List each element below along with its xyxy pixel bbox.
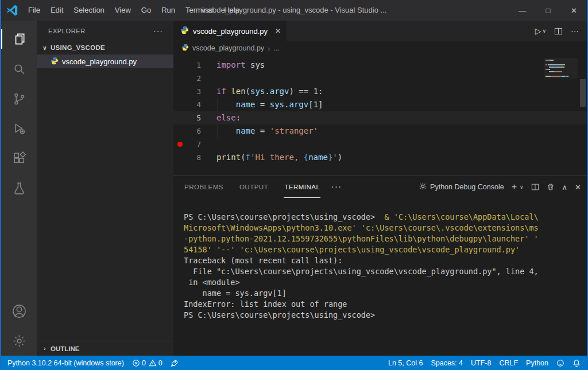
breadcrumb[interactable]: vscode_playground.py › ... — [173, 41, 587, 55]
feedback-icon[interactable] — [552, 356, 568, 370]
line-number: 5 — [186, 111, 201, 124]
code-line[interactable]: 8print(f'Hi there, {name}') — [173, 151, 587, 164]
code-text: import sys — [216, 59, 265, 72]
breakpoint-gutter[interactable] — [173, 85, 186, 98]
breakpoint-gutter[interactable] — [173, 151, 186, 164]
maximize-panel-icon[interactable]: ∧ — [562, 183, 568, 192]
code-line[interactable]: 3if len(sys.argv) == 1: — [173, 85, 587, 98]
cursor-position[interactable]: Ln 5, Col 6 — [384, 356, 427, 370]
python-interpreter[interactable]: Python 3.10.2 64-bit (windows store) — [3, 356, 128, 370]
new-terminal-button[interactable]: +∨ — [512, 182, 524, 192]
terminal-profile-selector[interactable]: Python Debug Console — [419, 182, 504, 192]
language-mode[interactable]: Python — [522, 356, 552, 370]
maximize-button[interactable]: □ — [535, 0, 561, 21]
code-line[interactable]: 4 name = sys.argv[1] — [173, 98, 587, 111]
run-debug-icon[interactable] — [1, 114, 37, 143]
breakpoint-gutter[interactable] — [173, 124, 186, 138]
indentation[interactable]: Spaces: 4 — [427, 356, 467, 370]
menu-selection[interactable]: Selection — [68, 0, 109, 21]
breakpoint-gutter[interactable] — [173, 59, 186, 72]
line-number: 7 — [186, 138, 201, 151]
run-button[interactable]: ▷∨ — [535, 26, 546, 36]
minimap-line — [546, 69, 577, 70]
tab-vscode-playground[interactable]: vscode_playground.py ✕ — [173, 21, 287, 41]
source-control-icon[interactable] — [1, 84, 37, 114]
extensions-icon[interactable] — [1, 143, 37, 173]
menu-view[interactable]: View — [110, 0, 136, 21]
breadcrumb-symbol-more[interactable]: ... — [273, 44, 279, 52]
breakpoint-dot[interactable] — [173, 138, 186, 151]
python-file-icon — [180, 26, 189, 36]
terminal-line: Microsoft\WindowsApps\python3.10.exe' 'c… — [184, 223, 579, 233]
testing-icon[interactable] — [1, 173, 37, 203]
error-count: 0 — [142, 359, 146, 367]
code-text: name = 'stranger' — [216, 124, 318, 138]
panel-header: PROBLEMSOUTPUTTERMINAL ··· Python Debug … — [173, 176, 587, 198]
line-number: 3 — [186, 85, 201, 98]
code-lines: 1import sys23if len(sys.argv) == 1:4 nam… — [173, 59, 587, 164]
breakpoint-gutter[interactable] — [173, 111, 186, 124]
terminal-line: name = sys.argv[1] — [184, 288, 579, 299]
line-number: 6 — [186, 124, 201, 138]
split-editor-icon[interactable] — [554, 27, 563, 36]
line-number: 8 — [186, 151, 201, 164]
close-button[interactable]: ✕ — [561, 0, 587, 21]
vscode-window: FileEditSelectionViewGoRunTerminalHelp v… — [0, 0, 588, 370]
code-line[interactable]: 6 name = 'stranger' — [173, 124, 587, 138]
folder-section-using-vscode[interactable]: ∨ USING_VSCODE — [37, 41, 173, 54]
kill-terminal-trash-icon[interactable] — [547, 183, 555, 191]
file-item[interactable]: vscode_playground.py — [37, 54, 173, 68]
menu-run[interactable]: Run — [156, 0, 180, 21]
settings-gear-icon[interactable] — [1, 326, 37, 356]
debug-launch-icon[interactable] — [167, 356, 183, 370]
close-panel-icon[interactable]: ✕ — [575, 183, 581, 192]
problems-indicator[interactable]: 0 0 — [128, 356, 167, 370]
notifications-bell-icon[interactable] — [568, 356, 585, 370]
encoding[interactable]: UTF-8 — [467, 356, 495, 370]
terminal-line: PS C:\Users\course\projects\using_vscode… — [184, 310, 579, 321]
terminal-profile-label: Python Debug Console — [430, 183, 504, 191]
run-dropdown-chevron-icon: ∨ — [542, 28, 546, 34]
explorer-title: EXPLORER — [48, 28, 86, 34]
eol-sequence[interactable]: CRLF — [495, 356, 522, 370]
minimap-line — [546, 76, 577, 77]
error-icon — [132, 359, 140, 367]
panel-tab-terminal[interactable]: TERMINAL — [284, 176, 320, 198]
vscode-logo-icon — [1, 4, 23, 17]
tab-close-icon[interactable]: ✕ — [275, 27, 281, 35]
code-line[interactable]: 7 — [173, 138, 587, 151]
panel-tab-output[interactable]: OUTPUT — [239, 176, 269, 198]
explorer-icon[interactable] — [1, 24, 37, 54]
breakpoint-gutter[interactable] — [173, 72, 186, 85]
bottom-panel: PROBLEMSOUTPUTTERMINAL ··· Python Debug … — [173, 176, 587, 356]
panel-more-actions-icon[interactable]: ··· — [331, 182, 342, 192]
search-icon[interactable] — [1, 54, 37, 84]
chevron-right-icon: › — [41, 345, 48, 352]
minimap[interactable] — [544, 58, 578, 79]
activity-bar — [1, 21, 37, 356]
code-editor[interactable]: 1import sys23if len(sys.argv) == 1:4 nam… — [173, 55, 587, 176]
warning-icon — [149, 359, 157, 367]
menu-file[interactable]: File — [23, 0, 45, 21]
editor-group: vscode_playground.py ✕ ▷∨ ··· — [173, 21, 587, 176]
breakpoint-gutter[interactable] — [173, 98, 186, 111]
terminal-line: 54158' '--' 'c:\Users\course\projects\us… — [184, 244, 579, 255]
editor-scrollbar[interactable] — [580, 79, 586, 107]
minimize-button[interactable]: — — [509, 0, 535, 21]
code-line[interactable]: 1import sys — [173, 59, 587, 72]
outline-section[interactable]: › OUTLINE — [37, 341, 173, 356]
split-terminal-icon[interactable] — [531, 183, 539, 191]
panel-tab-problems[interactable]: PROBLEMS — [184, 176, 224, 198]
terminal-output[interactable]: PS C:\Users\course\projects\using_vscode… — [173, 198, 587, 356]
menu-go[interactable]: Go — [136, 0, 156, 21]
menu-edit[interactable]: Edit — [45, 0, 68, 21]
title-bar: FileEditSelectionViewGoRunTerminalHelp v… — [1, 0, 587, 21]
account-icon[interactable] — [1, 296, 37, 326]
code-line[interactable]: 5else: — [173, 111, 587, 124]
code-line[interactable]: 2 — [173, 72, 587, 85]
editor-more-actions-icon[interactable]: ··· — [571, 26, 579, 36]
breadcrumb-file[interactable]: vscode_playground.py — [192, 44, 264, 52]
indent-guide — [218, 124, 218, 138]
explorer-more-actions-icon[interactable]: ··· — [153, 26, 163, 36]
terminal-line: Traceback (most recent call last): — [184, 255, 579, 266]
